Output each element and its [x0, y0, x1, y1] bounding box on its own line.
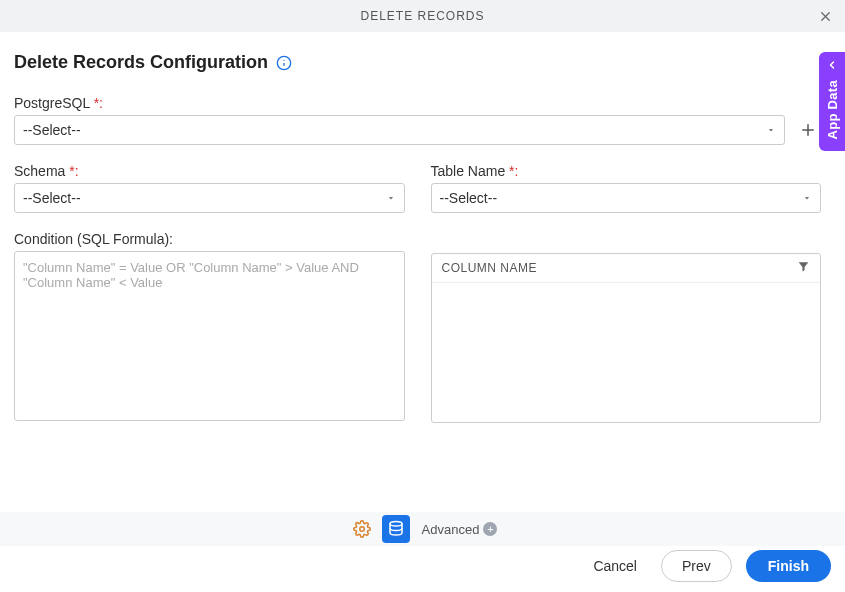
column-list-box: COLUMN NAME — [431, 253, 822, 423]
table-label: Table Name *: — [431, 163, 822, 179]
postgres-label: PostgreSQL *: — [14, 95, 821, 111]
postgres-select[interactable]: --Select-- — [14, 115, 785, 145]
database-button[interactable] — [382, 515, 410, 543]
dialog-title: DELETE RECORDS — [360, 9, 484, 23]
footer-toolbar: Advanced + — [0, 512, 845, 546]
content-area: Delete Records Configuration PostgreSQL … — [0, 32, 845, 444]
svg-point-7 — [359, 527, 364, 532]
close-button[interactable] — [815, 6, 835, 26]
chevron-left-icon — [826, 58, 838, 74]
settings-button[interactable] — [348, 515, 376, 543]
filter-icon — [797, 260, 810, 273]
prev-button[interactable]: Prev — [661, 550, 732, 582]
column-header-label: COLUMN NAME — [442, 261, 538, 275]
info-icon[interactable] — [276, 55, 292, 71]
condition-label: Condition (SQL Formula): — [14, 231, 405, 247]
table-select[interactable]: --Select-- — [431, 183, 822, 213]
table-select-value: --Select-- — [440, 190, 498, 206]
plus-circle-icon: + — [483, 522, 497, 536]
add-connection-button[interactable] — [795, 117, 821, 143]
schema-select[interactable]: --Select-- — [14, 183, 405, 213]
advanced-label: Advanced — [422, 522, 480, 537]
chevron-down-icon — [386, 193, 396, 203]
advanced-toggle[interactable]: Advanced + — [422, 522, 498, 537]
app-data-tab[interactable]: App Data — [819, 52, 845, 151]
gear-icon — [353, 520, 371, 538]
page-title: Delete Records Configuration — [14, 52, 268, 73]
database-icon — [387, 520, 405, 538]
finish-button[interactable]: Finish — [746, 550, 831, 582]
schema-label: Schema *: — [14, 163, 405, 179]
filter-button[interactable] — [797, 260, 810, 276]
postgres-select-value: --Select-- — [23, 122, 81, 138]
dialog-header: DELETE RECORDS — [0, 0, 845, 32]
app-data-tab-label: App Data — [825, 80, 840, 139]
chevron-down-icon — [802, 193, 812, 203]
cancel-button[interactable]: Cancel — [583, 552, 647, 580]
schema-select-value: --Select-- — [23, 190, 81, 206]
condition-input[interactable] — [14, 251, 405, 421]
plus-icon — [799, 121, 817, 139]
close-icon — [818, 9, 833, 24]
action-buttons: Cancel Prev Finish — [583, 550, 831, 582]
chevron-down-icon — [766, 125, 776, 135]
svg-point-8 — [390, 522, 402, 527]
svg-point-4 — [283, 59, 284, 60]
